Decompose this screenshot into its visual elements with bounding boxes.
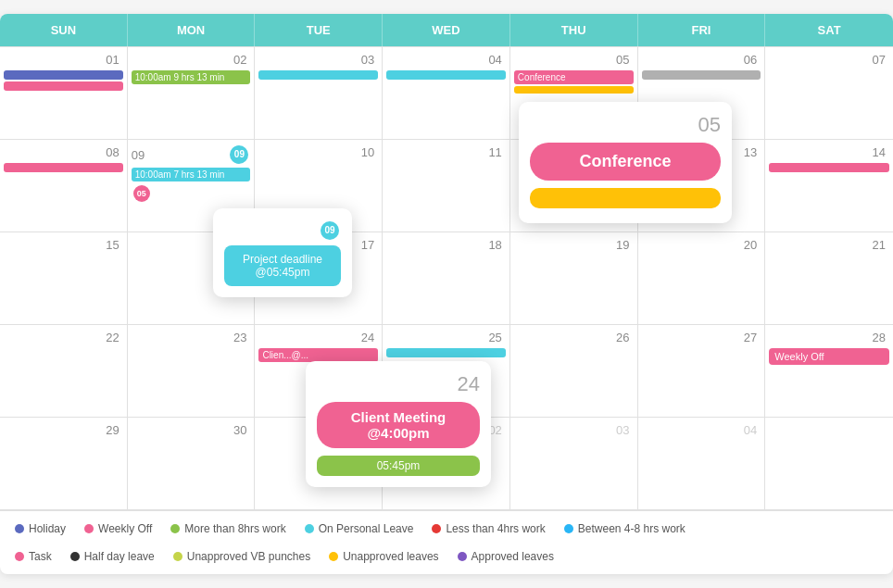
popup-client-time: 05:45pm xyxy=(317,456,480,476)
day-cell-11[interactable]: 11 xyxy=(383,140,510,232)
day-cell-18[interactable]: 18 xyxy=(383,232,510,325)
popup-conference-date: 05 xyxy=(530,113,721,137)
event-bar-pink-14 xyxy=(769,163,889,172)
legend-label-holiday: Holiday xyxy=(29,522,66,535)
day-cell-30[interactable]: 30 xyxy=(128,418,256,510)
legend-approved-leaves: Approved leaves xyxy=(458,550,554,563)
legend-unapproved-vb: Unapproved VB punches xyxy=(173,550,310,563)
legend-more-8hrs: More than 8hrs work xyxy=(170,522,285,535)
event-bar-pink-08 xyxy=(4,163,123,172)
day-cell-15[interactable]: 15 xyxy=(0,232,128,325)
day-header-sat: SAT xyxy=(765,14,893,46)
popup-client-title: Client Meeting @4:00pm xyxy=(317,402,480,448)
legend-dot-unapproved-vb xyxy=(173,552,182,561)
badge-09: 09 xyxy=(230,145,248,164)
legend-weekly-off: Weekly Off xyxy=(84,522,152,535)
day-header-fri: FRI xyxy=(638,14,766,46)
popup-project[interactable]: 09 Project deadline @05:45pm xyxy=(213,208,352,297)
calendar-header: SUN MON TUE WED THU FRI SAT xyxy=(0,14,893,46)
day-cell-next-03[interactable]: 03 xyxy=(510,418,638,510)
day-cell-22[interactable]: 22 xyxy=(0,325,128,418)
legend-label-task: Task xyxy=(29,550,52,563)
legend-label-more-8hrs: More than 8hrs work xyxy=(184,522,285,535)
legend-dot-task xyxy=(15,552,24,561)
day-header-thu: THU xyxy=(510,14,638,46)
legend-label-half-day: Half day leave xyxy=(84,550,155,563)
legend-dot-half-day xyxy=(70,552,80,561)
legend-label-personal-leave: On Personal Leave xyxy=(319,522,414,535)
day-header-wed: WED xyxy=(383,14,510,46)
legend-dot-personal-leave xyxy=(305,524,314,533)
legend-between-4-8: Between 4-8 hrs work xyxy=(564,522,685,535)
legend-unapproved-leaves: Unapproved leaves xyxy=(329,550,438,563)
day-cell-21[interactable]: 21 xyxy=(765,232,893,325)
legend-label-unapproved-leaves: Unapproved leaves xyxy=(343,550,438,563)
event-bar-holiday xyxy=(4,70,123,80)
event-bar-gray-06 xyxy=(642,70,761,80)
event-bar-cyan-25 xyxy=(386,348,506,357)
event-bar-yellow-05 xyxy=(514,86,634,94)
legend-task: Task xyxy=(15,550,52,563)
calendar: SUN MON TUE WED THU FRI SAT 01 02 10:00a… xyxy=(0,14,893,574)
legend-dot-holiday xyxy=(15,524,24,533)
popup-conference-title: Conference xyxy=(530,143,721,181)
event-bar-weekly-off xyxy=(4,81,123,91)
legend-label-approved-leaves: Approved leaves xyxy=(472,550,554,563)
legend-half-day: Half day leave xyxy=(70,550,155,563)
event-bar-cyan-03 xyxy=(258,70,378,80)
legend-label-less-4hrs: Less than 4hrs work xyxy=(446,522,545,535)
popup-conference[interactable]: 05 Conference xyxy=(519,102,732,223)
legend-holiday: Holiday xyxy=(15,522,66,535)
legend-dot-between-4-8 xyxy=(564,524,573,533)
day-cell-27[interactable]: 27 xyxy=(638,325,766,418)
popup-client-date: 24 xyxy=(317,372,480,396)
day-cell-01[interactable]: 01 xyxy=(0,47,128,140)
day-header-tue: TUE xyxy=(255,14,383,46)
event-conference-05[interactable]: Conference xyxy=(514,70,634,84)
day-cell-04[interactable]: 04 xyxy=(383,47,510,140)
day-cell-08[interactable]: 08 xyxy=(0,140,128,232)
calendar-body: 01 02 10:00am 9 hrs 13 min 03 04 05 Conf… xyxy=(0,46,893,510)
day-cell-07[interactable]: 07 xyxy=(765,47,893,140)
day-header-sun: SUN xyxy=(0,14,128,46)
day-cell-28[interactable]: 28 Weekly Off xyxy=(765,325,893,418)
day-cell-03[interactable]: 03 xyxy=(255,47,383,140)
legend-dot-unapproved-leaves xyxy=(329,552,338,561)
legend: Holiday Weekly Off More than 8hrs work O… xyxy=(0,510,893,574)
legend-dot-weekly-off xyxy=(84,524,94,533)
day-cell-29[interactable]: 29 xyxy=(0,418,128,510)
legend-label-between-4-8: Between 4-8 hrs work xyxy=(578,522,685,535)
legend-less-4hrs: Less than 4hrs work xyxy=(432,522,545,535)
day-cell-next-04[interactable]: 04 xyxy=(638,418,766,510)
popup-client[interactable]: 24 Client Meeting @4:00pm 05:45pm xyxy=(306,361,491,487)
event-work-09[interactable]: 10:00am 7 hrs 13 min xyxy=(132,168,251,181)
badge-05: 05 xyxy=(133,185,150,202)
legend-personal-leave: On Personal Leave xyxy=(305,522,414,535)
event-bar-cyan-04 xyxy=(386,70,506,80)
legend-dot-approved-leaves xyxy=(458,552,467,561)
day-cell-23[interactable]: 23 xyxy=(128,325,256,418)
popup-project-event: Project deadline @05:45pm xyxy=(224,245,341,286)
legend-label-weekly-off: Weekly Off xyxy=(98,522,152,535)
legend-dot-less-4hrs xyxy=(432,524,441,533)
legend-label-unapproved-vb: Unapproved VB punches xyxy=(187,550,310,563)
day-header-mon: MON xyxy=(128,14,256,46)
event-client-24[interactable]: Clien...@... xyxy=(258,348,378,362)
day-cell-19[interactable]: 19 xyxy=(510,232,638,325)
day-cell-empty xyxy=(765,418,893,510)
day-cell-14[interactable]: 14 xyxy=(765,140,893,232)
day-cell-02[interactable]: 02 10:00am 9 hrs 13 min xyxy=(128,47,256,140)
legend-dot-more-8hrs xyxy=(170,524,180,533)
popup-conference-yellow-bar xyxy=(530,188,721,208)
event-weekly-off-28[interactable]: Weekly Off xyxy=(769,348,889,365)
event-work-02[interactable]: 10:00am 9 hrs 13 min xyxy=(132,70,251,84)
day-cell-20[interactable]: 20 xyxy=(638,232,766,325)
day-cell-26[interactable]: 26 xyxy=(510,325,638,418)
popup-project-badge: 09 xyxy=(321,221,339,240)
